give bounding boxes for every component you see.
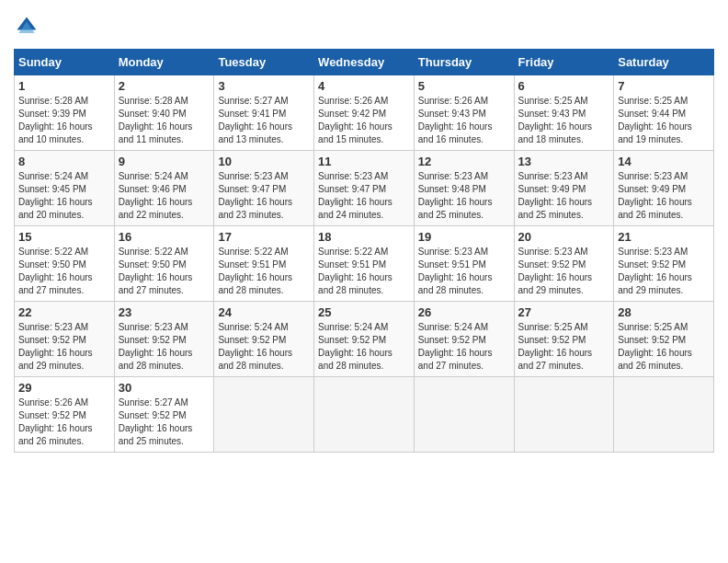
day-number: 20 (518, 230, 610, 244)
calendar-cell: 15 Sunrise: 5:22 AM Sunset: 9:50 PM Dayl… (15, 226, 115, 302)
day-info: Sunrise: 5:23 AM Sunset: 9:47 PM Dayligh… (318, 170, 410, 222)
calendar-cell: 2 Sunrise: 5:28 AM Sunset: 9:40 PM Dayli… (114, 75, 214, 151)
calendar-cell: 29 Sunrise: 5:26 AM Sunset: 9:52 PM Dayl… (15, 377, 115, 453)
day-info: Sunrise: 5:26 AM Sunset: 9:43 PM Dayligh… (418, 95, 510, 146)
col-friday: Friday (514, 50, 614, 75)
day-number: 25 (318, 305, 410, 319)
calendar-cell: 9 Sunrise: 5:24 AM Sunset: 9:46 PM Dayli… (114, 151, 214, 226)
calendar-cell: 21 Sunrise: 5:23 AM Sunset: 9:52 PM Dayl… (614, 226, 714, 302)
day-number: 4 (318, 79, 410, 93)
calendar-cell: 5 Sunrise: 5:26 AM Sunset: 9:43 PM Dayli… (414, 75, 514, 151)
day-info: Sunrise: 5:23 AM Sunset: 9:52 PM Dayligh… (18, 321, 110, 373)
calendar-week-row: 1 Sunrise: 5:28 AM Sunset: 9:39 PM Dayli… (15, 75, 714, 151)
day-info: Sunrise: 5:23 AM Sunset: 9:49 PM Dayligh… (518, 170, 610, 222)
day-number: 13 (518, 155, 610, 168)
day-number: 1 (18, 79, 110, 93)
day-number: 23 (119, 305, 210, 319)
calendar-cell: 18 Sunrise: 5:22 AM Sunset: 9:51 PM Dayl… (314, 226, 415, 302)
calendar-cell: 20 Sunrise: 5:23 AM Sunset: 9:52 PM Dayl… (514, 226, 614, 302)
day-number: 9 (119, 155, 210, 168)
day-info: Sunrise: 5:25 AM Sunset: 9:44 PM Dayligh… (618, 95, 710, 146)
day-number: 21 (618, 230, 710, 244)
calendar-cell: 28 Sunrise: 5:25 AM Sunset: 9:52 PM Dayl… (614, 302, 714, 377)
day-number: 27 (518, 305, 610, 319)
calendar-cell: 17 Sunrise: 5:22 AM Sunset: 9:51 PM Dayl… (214, 226, 314, 302)
day-info: Sunrise: 5:26 AM Sunset: 9:52 PM Dayligh… (18, 396, 110, 448)
calendar-cell: 23 Sunrise: 5:23 AM Sunset: 9:52 PM Dayl… (114, 302, 214, 377)
day-number: 8 (18, 155, 110, 168)
day-number: 17 (218, 230, 310, 244)
day-info: Sunrise: 5:23 AM Sunset: 9:51 PM Dayligh… (418, 246, 510, 297)
day-info: Sunrise: 5:24 AM Sunset: 9:46 PM Dayligh… (119, 170, 210, 222)
day-number: 12 (418, 155, 510, 168)
calendar-cell: 24 Sunrise: 5:24 AM Sunset: 9:52 PM Dayl… (214, 302, 314, 377)
calendar-cell: 19 Sunrise: 5:23 AM Sunset: 9:51 PM Dayl… (414, 226, 514, 302)
day-info: Sunrise: 5:22 AM Sunset: 9:50 PM Dayligh… (18, 246, 110, 297)
day-number: 2 (119, 79, 210, 93)
day-info: Sunrise: 5:23 AM Sunset: 9:49 PM Dayligh… (618, 170, 710, 222)
calendar-cell: 11 Sunrise: 5:23 AM Sunset: 9:47 PM Dayl… (314, 151, 415, 226)
day-info: Sunrise: 5:23 AM Sunset: 9:47 PM Dayligh… (218, 170, 310, 222)
calendar-cell: 10 Sunrise: 5:23 AM Sunset: 9:47 PM Dayl… (214, 151, 314, 226)
day-number: 7 (618, 79, 710, 93)
day-info: Sunrise: 5:23 AM Sunset: 9:52 PM Dayligh… (618, 246, 710, 297)
day-number: 14 (618, 155, 710, 168)
calendar-cell: 3 Sunrise: 5:27 AM Sunset: 9:41 PM Dayli… (214, 75, 314, 151)
calendar-week-row: 15 Sunrise: 5:22 AM Sunset: 9:50 PM Dayl… (15, 226, 714, 302)
calendar-cell: 13 Sunrise: 5:23 AM Sunset: 9:49 PM Dayl… (514, 151, 614, 226)
day-number: 3 (218, 79, 310, 93)
day-info: Sunrise: 5:26 AM Sunset: 9:42 PM Dayligh… (318, 95, 410, 146)
day-info: Sunrise: 5:24 AM Sunset: 9:45 PM Dayligh… (18, 170, 110, 222)
calendar-cell (514, 377, 614, 453)
day-number: 26 (418, 305, 510, 319)
logo (14, 14, 43, 40)
day-number: 18 (318, 230, 410, 244)
day-info: Sunrise: 5:27 AM Sunset: 9:41 PM Dayligh… (218, 95, 310, 146)
calendar-cell: 26 Sunrise: 5:24 AM Sunset: 9:52 PM Dayl… (414, 302, 514, 377)
day-info: Sunrise: 5:23 AM Sunset: 9:52 PM Dayligh… (119, 321, 210, 373)
calendar-cell: 27 Sunrise: 5:25 AM Sunset: 9:52 PM Dayl… (514, 302, 614, 377)
calendar-cell (314, 377, 415, 453)
calendar-cell: 22 Sunrise: 5:23 AM Sunset: 9:52 PM Dayl… (15, 302, 115, 377)
day-info: Sunrise: 5:25 AM Sunset: 9:52 PM Dayligh… (618, 321, 710, 373)
day-number: 15 (18, 230, 110, 244)
day-info: Sunrise: 5:24 AM Sunset: 9:52 PM Dayligh… (318, 321, 410, 373)
calendar-cell (414, 377, 514, 453)
calendar-cell: 30 Sunrise: 5:27 AM Sunset: 9:52 PM Dayl… (114, 377, 214, 453)
calendar-cell: 6 Sunrise: 5:25 AM Sunset: 9:43 PM Dayli… (514, 75, 614, 151)
calendar-week-row: 29 Sunrise: 5:26 AM Sunset: 9:52 PM Dayl… (15, 377, 714, 453)
calendar-cell: 25 Sunrise: 5:24 AM Sunset: 9:52 PM Dayl… (314, 302, 415, 377)
day-info: Sunrise: 5:22 AM Sunset: 9:51 PM Dayligh… (218, 246, 310, 297)
day-info: Sunrise: 5:25 AM Sunset: 9:52 PM Dayligh… (518, 321, 610, 373)
calendar-cell: 7 Sunrise: 5:25 AM Sunset: 9:44 PM Dayli… (614, 75, 714, 151)
page-container: Sunday Monday Tuesday Wednesday Thursday… (14, 14, 714, 453)
day-number: 22 (18, 305, 110, 319)
day-info: Sunrise: 5:25 AM Sunset: 9:43 PM Dayligh… (518, 95, 610, 146)
calendar-cell: 4 Sunrise: 5:26 AM Sunset: 9:42 PM Dayli… (314, 75, 415, 151)
day-number: 5 (418, 79, 510, 93)
day-number: 28 (618, 305, 710, 319)
calendar-cell: 1 Sunrise: 5:28 AM Sunset: 9:39 PM Dayli… (15, 75, 115, 151)
day-info: Sunrise: 5:27 AM Sunset: 9:52 PM Dayligh… (119, 396, 210, 448)
day-number: 19 (418, 230, 510, 244)
day-number: 11 (318, 155, 410, 168)
day-info: Sunrise: 5:28 AM Sunset: 9:40 PM Dayligh… (119, 95, 210, 146)
calendar-cell (614, 377, 714, 453)
day-number: 30 (119, 381, 210, 395)
calendar-cell: 12 Sunrise: 5:23 AM Sunset: 9:48 PM Dayl… (414, 151, 514, 226)
col-wednesday: Wednesday (314, 50, 415, 75)
day-info: Sunrise: 5:22 AM Sunset: 9:50 PM Dayligh… (119, 246, 210, 297)
calendar-table: Sunday Monday Tuesday Wednesday Thursday… (14, 49, 714, 453)
day-info: Sunrise: 5:23 AM Sunset: 9:48 PM Dayligh… (418, 170, 510, 222)
header-row: Sunday Monday Tuesday Wednesday Thursday… (15, 50, 714, 75)
calendar-cell (214, 377, 314, 453)
day-info: Sunrise: 5:24 AM Sunset: 9:52 PM Dayligh… (418, 321, 510, 373)
day-info: Sunrise: 5:24 AM Sunset: 9:52 PM Dayligh… (218, 321, 310, 373)
header (14, 14, 714, 40)
col-sunday: Sunday (15, 50, 115, 75)
calendar-cell: 8 Sunrise: 5:24 AM Sunset: 9:45 PM Dayli… (15, 151, 115, 226)
day-info: Sunrise: 5:22 AM Sunset: 9:51 PM Dayligh… (318, 246, 410, 297)
day-number: 24 (218, 305, 310, 319)
calendar-cell: 16 Sunrise: 5:22 AM Sunset: 9:50 PM Dayl… (114, 226, 214, 302)
day-number: 6 (518, 79, 610, 93)
